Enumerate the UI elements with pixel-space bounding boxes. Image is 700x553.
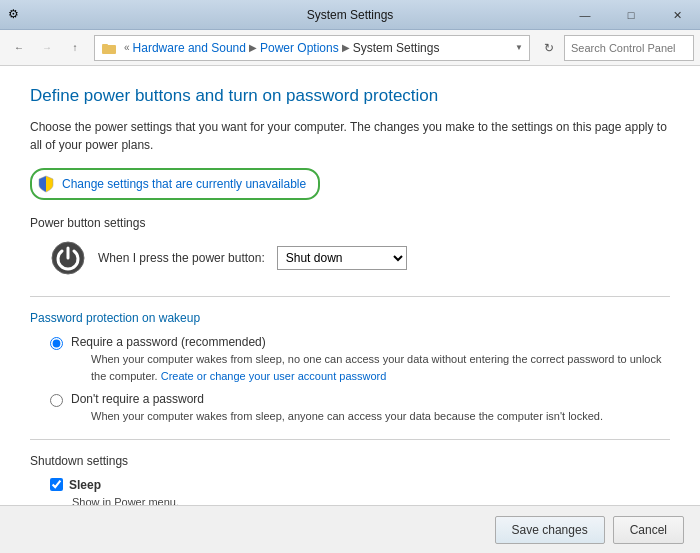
search-input[interactable] (571, 42, 700, 54)
footer: Save changes Cancel (0, 505, 700, 553)
require-password-description: When your computer wakes from sleep, no … (91, 351, 670, 384)
power-button-row: When I press the power button: Shut down… (50, 240, 670, 276)
no-password-radio[interactable] (50, 394, 63, 407)
title-bar: ⚙ System Settings — □ ✕ (0, 0, 700, 30)
power-button-icon (50, 240, 86, 276)
search-box: 🔍 (564, 35, 694, 61)
divider-2 (30, 439, 670, 440)
sleep-label: Sleep (69, 478, 101, 492)
change-settings-link[interactable]: Change settings that are currently unava… (30, 168, 320, 200)
power-button-section-label: Power button settings (30, 216, 670, 230)
refresh-button[interactable]: ↻ (536, 35, 562, 61)
password-section-label: Password protection on wakeup (30, 311, 670, 325)
power-button-label: When I press the power button: (98, 251, 265, 265)
breadcrumb-sep-3: ▶ (342, 42, 350, 53)
require-password-option: Require a password (recommended) When yo… (50, 335, 670, 384)
title-bar-controls: — □ ✕ (562, 0, 700, 30)
require-password-radio[interactable] (50, 337, 63, 350)
shutdown-section-label: Shutdown settings (30, 454, 670, 468)
divider-1 (30, 296, 670, 297)
window-title: System Settings (307, 8, 394, 22)
change-settings-link-text[interactable]: Change settings that are currently unava… (62, 177, 306, 191)
breadcrumb-sep-2: ▶ (249, 42, 257, 53)
svg-rect-1 (102, 44, 108, 46)
navigation-bar: ← → ↑ « Hardware and Sound ▶ Power Optio… (0, 30, 700, 66)
uac-shield-icon (36, 174, 56, 194)
page-description: Choose the power settings that you want … (30, 118, 670, 154)
main-content: Define power buttons and turn on passwor… (0, 66, 700, 505)
power-button-select[interactable]: Shut down Sleep Hibernate Turn off the d… (277, 246, 407, 270)
sleep-checkbox[interactable] (50, 478, 63, 491)
no-password-label: Don't require a password (71, 392, 603, 406)
shutdown-checkbox-group: Sleep Show in Power menu. Lock (50, 478, 670, 506)
save-changes-button[interactable]: Save changes (495, 516, 605, 544)
sleep-sublabel: Show in Power menu. (72, 496, 670, 506)
close-button[interactable]: ✕ (654, 0, 700, 30)
breadcrumb-link-power[interactable]: Power Options (260, 41, 339, 55)
password-radio-group: Require a password (recommended) When yo… (50, 335, 670, 425)
back-button[interactable]: ← (6, 35, 32, 61)
forward-button[interactable]: → (34, 35, 60, 61)
maximize-button[interactable]: □ (608, 0, 654, 30)
create-password-link[interactable]: Create or change your user account passw… (161, 370, 387, 382)
breadcrumb-link-hardware[interactable]: Hardware and Sound (133, 41, 246, 55)
breadcrumb-current: System Settings (353, 41, 440, 55)
cancel-button[interactable]: Cancel (613, 516, 684, 544)
breadcrumb-dropdown-arrow[interactable]: ▼ (515, 43, 523, 52)
svg-rect-0 (102, 45, 116, 54)
window-icon: ⚙ (8, 7, 24, 23)
no-password-description: When your computer wakes from sleep, any… (91, 408, 603, 425)
breadcrumb-bar: « Hardware and Sound ▶ Power Options ▶ S… (94, 35, 530, 61)
require-password-label: Require a password (recommended) (71, 335, 670, 349)
breadcrumb-sep-1: « (124, 42, 130, 53)
minimize-button[interactable]: — (562, 0, 608, 30)
up-button[interactable]: ↑ (62, 35, 88, 61)
sleep-option: Sleep (50, 478, 670, 492)
folder-icon (101, 40, 117, 56)
page-title: Define power buttons and turn on passwor… (30, 86, 670, 106)
no-password-option: Don't require a password When your compu… (50, 392, 670, 425)
